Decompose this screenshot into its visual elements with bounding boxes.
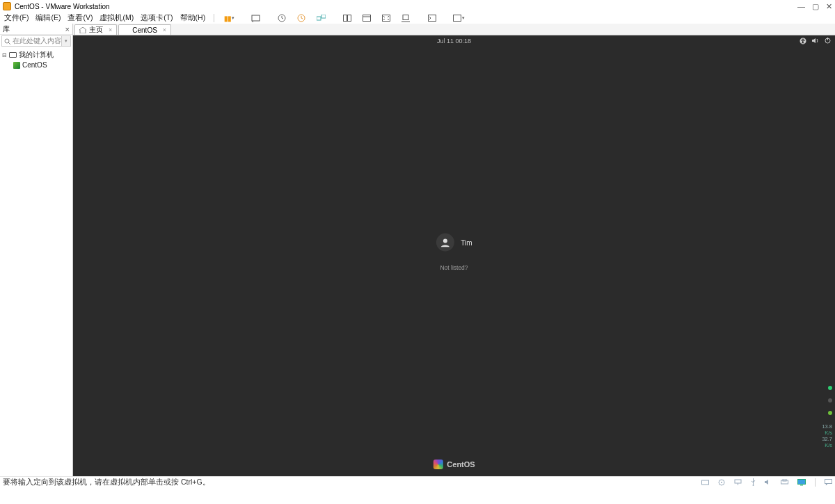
user-name: Tim: [461, 238, 472, 246]
terminal-icon: [428, 15, 436, 22]
library-tree: ⊟ 我的计算机 CentOS: [0, 47, 72, 72]
tab-strip: 主页 × CentOS ×: [73, 24, 835, 35]
single-window-button[interactable]: [360, 12, 373, 24]
accessibility-icon[interactable]: [800, 38, 806, 44]
svg-rect-13: [429, 15, 436, 22]
workspace: 库 × 在此处键入内容… ▾ ⊟ 我的计算机 CentOS 主页: [0, 24, 835, 476]
console-icon: [343, 15, 351, 22]
centos-logo-icon: [433, 460, 443, 469]
tab-home-label: 主页: [89, 25, 103, 35]
search-placeholder: 在此处键入内容…: [13, 37, 68, 46]
display-icon[interactable]: [797, 479, 806, 486]
menu-tabs[interactable]: 选项卡(T): [141, 13, 173, 23]
unity-button[interactable]: [399, 12, 412, 24]
centos-brand-label: CentOS: [447, 460, 475, 469]
fullscreen-button[interactable]: [380, 12, 392, 24]
perf-line-1: 13.8: [822, 423, 832, 430]
perf-line-2: 32.7: [822, 436, 832, 442]
menu-file[interactable]: 文件(F): [4, 13, 29, 23]
svg-line-16: [8, 42, 10, 44]
avatar-icon: [436, 234, 454, 252]
expander-icon[interactable]: ⊟: [2, 52, 7, 58]
window-buttons: — ▢ ✕: [797, 2, 832, 11]
terminal-button[interactable]: [426, 12, 438, 24]
tab-centos[interactable]: CentOS ×: [118, 24, 171, 35]
svg-rect-6: [344, 15, 347, 22]
home-icon: [79, 27, 86, 33]
tree-vm-label: CentOS: [22, 61, 47, 69]
search-dropdown-button[interactable]: ▾: [61, 36, 70, 46]
tree-vm-item[interactable]: CentOS: [2, 60, 70, 70]
search-icon: [4, 38, 10, 44]
hdd-icon[interactable]: [701, 479, 709, 485]
indicator-dot-lime: [828, 411, 832, 415]
snapshot-manager-icon: [317, 15, 326, 22]
status-device-icons: [701, 478, 832, 487]
stretch-button[interactable]: ▾: [452, 12, 465, 24]
message-icon[interactable]: [825, 479, 832, 485]
separator: [815, 478, 816, 487]
keyboard-combo-icon: [251, 15, 260, 22]
svg-rect-22: [702, 480, 709, 485]
svg-rect-30: [798, 479, 806, 484]
login-area: Tim Not listed?: [436, 234, 472, 271]
menu-vm[interactable]: 虚拟机(M): [100, 13, 134, 23]
library-panel: 库 × 在此处键入内容… ▾ ⊟ 我的计算机 CentOS: [0, 24, 73, 476]
usb-icon[interactable]: [751, 478, 756, 486]
svg-point-18: [802, 39, 804, 40]
svg-rect-8: [363, 15, 371, 22]
tab-close-button[interactable]: ×: [109, 26, 112, 33]
svg-rect-25: [735, 480, 741, 483]
not-listed-link[interactable]: Not listed?: [436, 264, 472, 271]
perf-unit-2: K/s: [822, 442, 832, 448]
tab-centos-label: CentOS: [132, 26, 157, 34]
menu-edit[interactable]: 编辑(E): [35, 13, 61, 23]
library-search[interactable]: 在此处键入内容… ▾: [1, 35, 71, 47]
menu-separator: [214, 14, 214, 22]
user-entry[interactable]: Tim: [436, 234, 472, 252]
tab-close-button[interactable]: ×: [163, 26, 166, 33]
window-icon: [363, 15, 371, 22]
centos-brand: CentOS: [433, 460, 475, 469]
menu-view[interactable]: 查看(V): [67, 13, 93, 23]
guest-topbar: Jul 11 00:18: [73, 35, 835, 47]
send-ctrl-alt-del-button[interactable]: [249, 12, 262, 24]
statusbar: 要将输入定向到该虚拟机，请在虚拟机内部单击或按 Ctrl+G。: [0, 476, 835, 487]
pause-button[interactable]: ▮▮▾: [223, 12, 235, 24]
library-close-button[interactable]: ×: [65, 25, 70, 33]
snapshot-manager-button[interactable]: [315, 12, 327, 24]
snapshot-revert-button[interactable]: [295, 12, 308, 24]
tree-root[interactable]: ⊟ 我的计算机: [2, 49, 70, 60]
close-button[interactable]: ✕: [826, 2, 832, 11]
console-view-button[interactable]: [341, 12, 353, 24]
minimize-button[interactable]: —: [797, 2, 805, 11]
guest-display[interactable]: Jul 11 00:18 Tim: [73, 35, 835, 476]
snapshot-button[interactable]: [276, 12, 288, 24]
guest-datetime[interactable]: Jul 11 00:18: [437, 38, 471, 44]
svg-rect-5: [321, 15, 326, 18]
maximize-button[interactable]: ▢: [812, 2, 819, 11]
printer-icon[interactable]: [781, 479, 788, 485]
svg-rect-7: [348, 15, 351, 22]
svg-rect-14: [453, 15, 461, 22]
unity-icon: [401, 15, 410, 22]
clock-icon: [278, 14, 286, 22]
library-title: 库: [3, 24, 10, 34]
svg-point-27: [753, 485, 754, 486]
svg-point-21: [443, 239, 447, 243]
sound-icon[interactable]: [765, 479, 772, 485]
library-header: 库 ×: [0, 24, 72, 35]
cd-icon[interactable]: [718, 479, 725, 486]
titlebar: CentOS - VMware Workstation — ▢ ✕: [0, 0, 835, 13]
status-hint: 要将输入定向到该虚拟机，请在虚拟机内部单击或按 Ctrl+G。: [3, 478, 210, 487]
power-icon[interactable]: [825, 38, 831, 44]
window-title: CentOS - VMware Workstation: [15, 3, 110, 10]
tree-root-label: 我的计算机: [19, 50, 54, 60]
network-icon[interactable]: [734, 479, 742, 485]
svg-rect-0: [252, 15, 260, 21]
vm-icon: [13, 62, 20, 69]
menu-help[interactable]: 帮助(H): [180, 13, 206, 23]
guest-system-tray[interactable]: [800, 38, 831, 44]
volume-icon[interactable]: [812, 38, 819, 44]
tab-home[interactable]: 主页 ×: [74, 24, 117, 35]
